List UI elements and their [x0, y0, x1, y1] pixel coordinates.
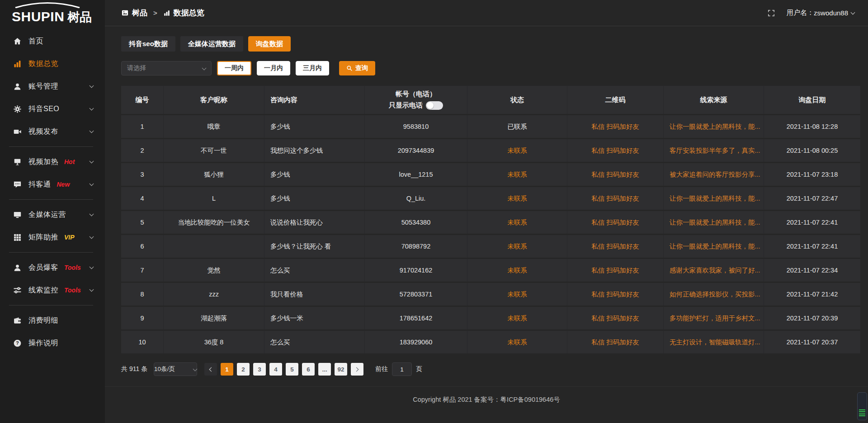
- inquiry-table: 编号 客户昵称 咨询内容 帐号（电话） 只显示电话 状态 二维码 线索来源 询盘…: [121, 85, 860, 355]
- goto-page-input[interactable]: 1: [392, 362, 412, 376]
- display-icon: [13, 157, 22, 166]
- cell-qrcode-link[interactable]: 私信 扫码加好友: [567, 307, 664, 329]
- range-button-one-month[interactable]: 一月内: [257, 61, 290, 75]
- sidebar-item-operation-guide[interactable]: ?操作说明: [0, 332, 105, 354]
- tab-inquiry-data[interactable]: 询盘数据: [248, 36, 291, 52]
- cell-source-link[interactable]: 无主灯设计，智能磁吸轨道灯...: [664, 331, 764, 353]
- page-button-6[interactable]: 6: [302, 363, 315, 376]
- cell-account: 178651642: [365, 307, 467, 329]
- username-value[interactable]: zswodun88: [814, 9, 848, 17]
- sidebar-item-member-burst[interactable]: 会员爆客Tools: [0, 256, 105, 279]
- cell-source-link[interactable]: 被大家追着问的客厅投影分享...: [664, 163, 764, 186]
- cell-no: 2: [121, 139, 164, 162]
- bar-chart-icon: [13, 59, 22, 68]
- sidebar-item-video-publish[interactable]: 视频发布: [0, 120, 105, 143]
- monitor-icon: [13, 210, 22, 219]
- table-row: 6多少钱？让我死心 看70898792未联系私信 扫码加好友让你一眼就爱上的黑科…: [121, 235, 860, 258]
- sidebar-item-home[interactable]: 首页: [0, 30, 105, 52]
- page-size-select[interactable]: 10条/页: [154, 362, 197, 376]
- chevron-down-icon: [90, 129, 94, 133]
- chevron-down-icon[interactable]: [851, 10, 855, 15]
- cell-qrcode-link[interactable]: 私信 扫码加好友: [567, 331, 664, 353]
- sidebar-item-expense-detail[interactable]: 消费明细: [0, 309, 105, 332]
- sidebar-item-label: 全媒体运营: [28, 210, 66, 220]
- page-button-92[interactable]: 92: [335, 363, 347, 376]
- cell-status: 未联系: [467, 187, 567, 210]
- sidebar-item-media-operation[interactable]: 全媒体运营: [0, 203, 105, 226]
- sidebar-item-label: 首页: [28, 37, 43, 46]
- page-button-2[interactable]: 2: [237, 363, 250, 376]
- tab-media-operation-data[interactable]: 全媒体运营数据: [180, 36, 243, 52]
- topbar: 树品 > 数据总览 用户名： zswodun88: [105, 0, 868, 26]
- sidebar-item-douyin-seo[interactable]: 抖音SEO: [0, 98, 105, 120]
- cell-status: 已联系: [467, 115, 567, 138]
- cell-qrcode-link[interactable]: 私信 扫码加好友: [567, 139, 664, 162]
- cell-qrcode-link[interactable]: 私信 扫码加好友: [567, 259, 664, 282]
- cell-qrcode-link[interactable]: 私信 扫码加好友: [567, 211, 664, 234]
- pagination-total: 共 911 条: [121, 365, 147, 373]
- chevron-down-icon: [90, 212, 94, 216]
- cell-status: 未联系: [467, 283, 567, 306]
- footer: Copyright 树品 2021 备案号：粤ICP备09019646号: [105, 386, 868, 423]
- video-camera-icon: [13, 127, 22, 136]
- cell-source-link[interactable]: 让你一眼就爱上的黑科技，能...: [664, 235, 764, 258]
- page-button-4[interactable]: 4: [269, 363, 282, 376]
- filter-select-placeholder: 请选择: [127, 64, 146, 72]
- sidebar-item-account-manage[interactable]: 账号管理: [0, 75, 105, 98]
- cell-account: 70898792: [365, 235, 467, 258]
- cell-nickname: 不可一世: [164, 139, 264, 162]
- cell-source-link[interactable]: 感谢大家喜欢我家，被问了好...: [664, 259, 764, 282]
- search-button-label: 查询: [355, 64, 368, 72]
- search-button[interactable]: 查询: [339, 61, 375, 75]
- chevron-down-icon: [90, 182, 94, 186]
- fullscreen-icon[interactable]: [768, 9, 775, 17]
- cell-status: 未联系: [467, 139, 567, 162]
- cell-qrcode-link[interactable]: 私信 扫码加好友: [567, 283, 664, 306]
- cell-qrcode-link[interactable]: 私信 扫码加好友: [567, 115, 664, 138]
- cell-source-link[interactable]: 如何正确选择投影仪，买投影...: [664, 283, 764, 306]
- next-page-button[interactable]: [351, 363, 363, 376]
- tab-douyin-seo-data[interactable]: 抖音seo数据: [121, 36, 175, 52]
- sidebar-item-badge: Hot: [64, 158, 75, 165]
- cell-date: 2021-11-07 21:42: [764, 283, 860, 306]
- sidebar-item-matrix-boost[interactable]: 矩阵助推VIP: [0, 226, 105, 249]
- cell-qrcode-link[interactable]: 私信 扫码加好友: [567, 187, 664, 210]
- breadcrumb-app[interactable]: 树品: [132, 8, 147, 18]
- sidebar-item-data-overview[interactable]: 数据总览: [0, 52, 105, 75]
- cell-source-link[interactable]: 让你一眼就爱上的黑科技，能...: [664, 115, 764, 138]
- cell-nickname: 狐小狸: [164, 163, 264, 186]
- cell-source-link[interactable]: 让你一眼就爱上的黑科技，能...: [664, 211, 764, 234]
- cell-source-link[interactable]: 多功能护栏灯，适用于乡村文...: [664, 307, 764, 329]
- sidebar-item-clue-monitor[interactable]: 线索监控Tools: [0, 279, 105, 301]
- page-button-3[interactable]: 3: [253, 363, 266, 376]
- cell-no: 8: [121, 283, 164, 306]
- prev-page-button[interactable]: [204, 363, 217, 376]
- sidebar-item-douketong[interactable]: 抖客通New: [0, 173, 105, 196]
- cell-nickname: zzz: [164, 283, 264, 306]
- cell-source-link[interactable]: 客厅安装投影半年多了，真实...: [664, 139, 764, 162]
- cell-qrcode-link[interactable]: 私信 扫码加好友: [567, 163, 664, 186]
- sidebar-item-video-heat[interactable]: 视频加热Hot: [0, 150, 105, 173]
- filter-select[interactable]: 请选择: [121, 61, 212, 75]
- corner-widget[interactable]: [857, 392, 867, 420]
- col-header-qrcode: 二维码: [567, 86, 664, 114]
- cell-source-link[interactable]: 让你一眼就爱上的黑科技，能...: [664, 187, 764, 210]
- page-button-1[interactable]: 1: [221, 363, 233, 376]
- logo: SHUPIN 树品: [0, 0, 105, 25]
- range-button-three-month[interactable]: 三月内: [296, 61, 329, 75]
- range-button-one-week[interactable]: 一周内: [217, 61, 251, 75]
- sidebar-item-label: 矩阵助推: [28, 233, 58, 242]
- username-label: 用户名：: [787, 9, 814, 17]
- cell-qrcode-link[interactable]: 私信 扫码加好友: [567, 235, 664, 258]
- page-button-5[interactable]: 5: [286, 363, 298, 376]
- cell-content: 怎么买: [264, 259, 365, 282]
- cell-no: 1: [121, 115, 164, 138]
- wallet-icon: [13, 316, 22, 325]
- pagination-ellipsis[interactable]: ...: [318, 363, 331, 376]
- table-row: 4L多少钱Q_Liu.未联系私信 扫码加好友让你一眼就爱上的黑科技，能...20…: [121, 187, 860, 210]
- cell-date: 2021-11-07 22:41: [764, 211, 860, 234]
- sidebar-divider: [9, 199, 93, 200]
- col-header-nickname: 客户昵称: [164, 86, 264, 114]
- cell-nickname: 当地比较能吃的一位美女: [164, 211, 264, 234]
- phone-only-toggle[interactable]: [426, 101, 443, 110]
